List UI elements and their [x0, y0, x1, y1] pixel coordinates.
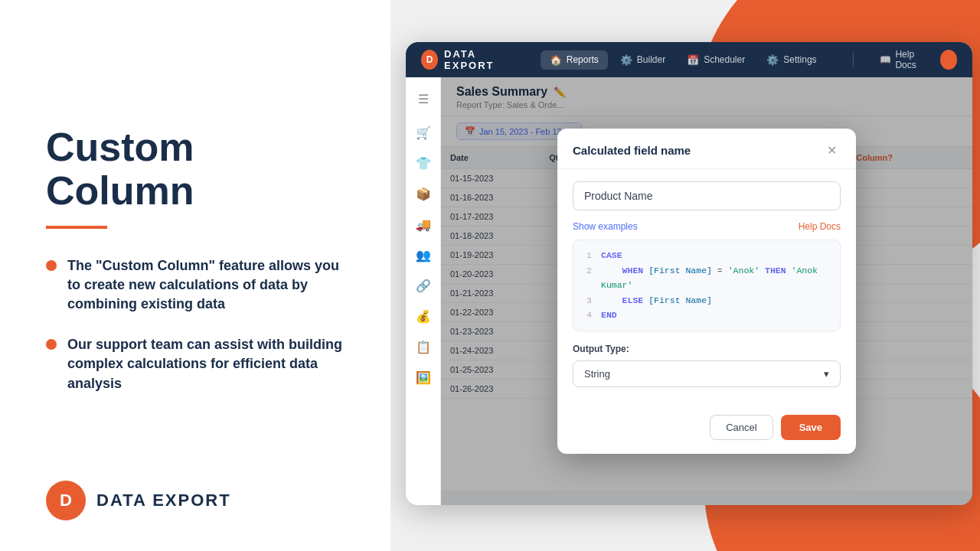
save-button[interactable]: Save: [781, 415, 841, 440]
nav-item-builder[interactable]: ⚙️ Builder: [611, 51, 675, 70]
nav-scheduler-label: Scheduler: [704, 54, 745, 65]
help-docs-modal-link[interactable]: Help Docs: [799, 221, 841, 232]
code-line-4: 4 END: [581, 308, 832, 323]
nav-items: 🏠 Reports ⚙️ Builder 📅 Scheduler ⚙️ Sett…: [541, 51, 826, 70]
brand-logo-icon: D: [46, 481, 86, 520]
sidebar-icon-image[interactable]: 🖼️: [411, 365, 436, 390]
app-window: D DATA EXPORT 🏠 Reports ⚙️ Builder 📅 Sch…: [406, 42, 972, 505]
sidebar-icon-link[interactable]: 🔗: [411, 273, 436, 298]
sidebar-icon-box[interactable]: 📦: [411, 181, 436, 206]
field-name-input[interactable]: [573, 181, 841, 210]
sidebar-icon-notes[interactable]: 📋: [411, 334, 436, 359]
main-content: Sales Summary ✏️ Report Type: Sales & Or…: [441, 77, 972, 505]
help-docs-icon: 📖: [880, 54, 891, 65]
modal-body: Show examples Help Docs 1 CASE 2: [557, 169, 856, 415]
settings-icon: ⚙️: [766, 54, 779, 66]
examples-row: Show examples Help Docs: [573, 221, 841, 232]
builder-icon: ⚙️: [620, 54, 632, 66]
app-header: D DATA EXPORT 🏠 Reports ⚙️ Builder 📅 Sch…: [406, 42, 972, 77]
close-icon[interactable]: ✕: [822, 141, 841, 159]
sidebar-icon-shipping[interactable]: 🚚: [411, 212, 436, 236]
sidebar: ☰ 🛒 👕 📦 🚚 👥 🔗 💰 📋 🖼️: [406, 77, 441, 505]
bullet-dot-1: [46, 260, 57, 271]
help-docs-nav[interactable]: 📖 Help Docs: [880, 49, 928, 70]
line-num-1: 1: [581, 248, 592, 263]
code-line-1: 1 CASE: [581, 248, 832, 263]
left-content: Custom Column The "Custom Column" featur…: [46, 38, 352, 481]
modal-overlay: Calculated field name ✕ Show examples He…: [441, 77, 972, 505]
code-editor[interactable]: 1 CASE 2 WHEN [First Name] = 'Anok' THEN…: [573, 240, 841, 331]
nav-right: 📖 Help Docs: [880, 49, 957, 70]
nav-item-reports[interactable]: 🏠 Reports: [541, 51, 608, 70]
modal-dialog: Calculated field name ✕ Show examples He…: [557, 129, 856, 454]
line-num-4: 4: [581, 308, 592, 323]
cancel-button[interactable]: Cancel: [710, 415, 773, 440]
home-icon: 🏠: [550, 54, 562, 66]
output-type-select[interactable]: String ▾: [573, 360, 841, 387]
nav-item-settings[interactable]: ⚙️ Settings: [757, 51, 825, 70]
code-line-3: 3 ELSE [First Name]: [581, 293, 832, 308]
modal-footer: Cancel Save: [557, 415, 856, 454]
sidebar-menu-icon[interactable]: ☰: [411, 86, 436, 111]
app-logo-icon: D: [421, 50, 438, 70]
title-underline: [46, 226, 107, 229]
bullet-dot-2: [46, 339, 57, 350]
feature-text-2: Our support team can assist with buildin…: [67, 335, 352, 393]
modal-header: Calculated field name ✕: [557, 129, 856, 169]
main-title: Custom Column: [46, 126, 352, 213]
nav-settings-label: Settings: [783, 54, 816, 65]
line-num-3: 3: [581, 293, 592, 308]
sidebar-icon-cart[interactable]: 🛒: [411, 120, 436, 145]
app-body: ☰ 🛒 👕 📦 🚚 👥 🔗 💰 📋 🖼️ Sales Summary ✏️: [406, 77, 972, 505]
modal-title: Calculated field name: [573, 144, 691, 157]
code-line-2: 2 WHEN [First Name] = 'Anok' THEN 'Anok …: [581, 263, 832, 293]
app-logo: D DATA EXPORT: [421, 48, 518, 71]
sidebar-icon-apparel[interactable]: 👕: [411, 151, 436, 175]
output-type-value: String: [584, 368, 610, 380]
feature-item-2: Our support team can assist with buildin…: [46, 335, 352, 393]
nav-builder-label: Builder: [637, 54, 665, 65]
scheduler-icon: 📅: [687, 54, 699, 66]
user-avatar[interactable]: [940, 50, 957, 70]
feature-text-1: The "Custom Column" feature allows you t…: [67, 256, 352, 315]
nav-reports-label: Reports: [567, 54, 599, 65]
feature-list: The "Custom Column" feature allows you t…: [46, 256, 352, 393]
sidebar-icon-money[interactable]: 💰: [411, 304, 436, 328]
brand-name: DATA EXPORT: [96, 491, 231, 510]
help-docs-label: Help Docs: [895, 49, 928, 70]
brand-footer: D DATA EXPORT: [46, 481, 352, 520]
chevron-down-icon: ▾: [824, 368, 829, 380]
show-examples-link[interactable]: Show examples: [573, 221, 638, 232]
left-panel: Custom Column The "Custom Column" featur…: [0, 0, 390, 551]
line-num-2: 2: [581, 263, 592, 293]
right-panel: D DATA EXPORT 🏠 Reports ⚙️ Builder 📅 Sch…: [390, 0, 980, 551]
nav-divider: [853, 52, 854, 67]
sidebar-icon-users[interactable]: 👥: [411, 243, 436, 267]
nav-item-scheduler[interactable]: 📅 Scheduler: [678, 51, 754, 70]
app-logo-text: DATA EXPORT: [444, 48, 518, 71]
feature-item-1: The "Custom Column" feature allows you t…: [46, 256, 352, 315]
output-type-label: Output Type:: [573, 344, 841, 354]
